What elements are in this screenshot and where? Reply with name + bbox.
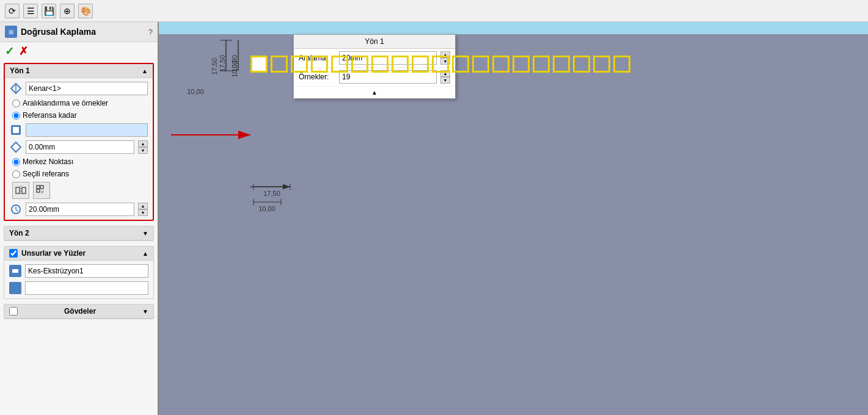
svg-text:17,50: 17,50 — [219, 55, 226, 72]
spacing-up[interactable]: ▲ — [138, 203, 148, 209]
pattern-square-13 — [512, 56, 530, 73]
offset-icon — [10, 141, 22, 153]
radio-selected-label: Seçili referans — [23, 170, 69, 178]
elements-header[interactable]: Unsurlar ve Yüzler ▲ — [4, 247, 153, 261]
offset-up[interactable]: ▲ — [138, 140, 148, 147]
radio-selected[interactable] — [12, 170, 20, 178]
panel-header: ⊞ Doğrusal Kaplama ? — [0, 22, 158, 42]
toolbar-icon-color[interactable]: 🎨 — [78, 4, 93, 18]
canvas-area: Yön 1 Aralama: ▲ ▼ Örnekler: ▲ ▼ ▲ — [159, 22, 868, 415]
reference-input[interactable] — [26, 123, 148, 137]
toolbar-icon-save[interactable]: 💾 — [42, 4, 56, 18]
panel-header-icon: ⊞ — [5, 26, 17, 38]
svg-rect-7 — [22, 187, 26, 193]
radio-center[interactable] — [12, 158, 20, 166]
pattern-square-4 — [331, 56, 348, 73]
pattern-square-6 — [371, 56, 388, 73]
element-input-1[interactable] — [25, 264, 148, 278]
svg-text:10,00: 10,00 — [231, 60, 238, 78]
panel-title: Doğrusal Kaplama — [21, 27, 145, 37]
popup-chevron[interactable]: ▲ — [294, 87, 455, 98]
icon-btn-row: # — [10, 182, 148, 199]
pattern-square-2 — [291, 56, 308, 73]
pattern-square-12 — [492, 56, 509, 73]
canvas-top-bar — [159, 22, 868, 34]
panel-help-icon[interactable]: ? — [148, 27, 153, 37]
svg-line-14 — [16, 209, 18, 211]
pattern-square-15 — [553, 56, 570, 73]
popup-ornekler-down[interactable]: ▼ — [440, 77, 450, 84]
symmetry-icon[interactable] — [12, 182, 29, 199]
pattern-square-10 — [452, 56, 469, 73]
radio-center-row: Merkez Noktası — [10, 157, 148, 166]
pattern-square-9 — [432, 56, 449, 73]
spacing-input[interactable] — [26, 203, 134, 216]
popup-title: Yön 1 — [294, 35, 455, 49]
dimension-layer: 17,50 10,00 10,00 — [159, 22, 868, 415]
radio-reference-label: Referansa kadar — [23, 111, 77, 120]
bodies-section: Gövdeler ▼ — [4, 304, 154, 319]
left-panel: ⊞ Doğrusal Kaplama ? ✓ ✗ Yön 1 ▲ — [0, 22, 159, 415]
yon2-header[interactable]: Yön 2 ▼ — [4, 226, 153, 240]
yon2-label: Yön 2 — [9, 229, 29, 237]
elements-chevron: ▲ — [142, 250, 148, 257]
spacing-row: ▲ ▼ — [10, 203, 148, 216]
svg-rect-10 — [37, 189, 40, 192]
top-toolbar: ⟳ ☰ 💾 ⊕ 🎨 — [0, 0, 868, 22]
cancel-button[interactable]: ✗ — [19, 45, 28, 58]
edge-input[interactable] — [26, 82, 148, 95]
pattern-square-8 — [412, 56, 429, 73]
yon1-header[interactable]: Yön 1 ▲ — [5, 64, 153, 78]
radio-spacing[interactable] — [12, 99, 20, 107]
toolbar-icon-refresh[interactable]: ⟳ — [5, 4, 20, 18]
reference-field-row — [10, 123, 148, 137]
pattern-container — [250, 56, 630, 73]
yon1-section: Yön 1 ▲ Aralıklandırm — [4, 63, 154, 221]
pattern-square-17 — [593, 56, 610, 73]
element-icon-2 — [9, 282, 21, 294]
offset-input[interactable] — [26, 140, 134, 154]
elements-checkbox[interactable] — [9, 249, 18, 258]
pattern-square-3 — [311, 56, 328, 73]
svg-text:10,00: 10,00 — [258, 205, 275, 212]
pattern-square-0 — [250, 56, 268, 73]
svg-text:17,50: 17,50 — [211, 58, 218, 75]
pattern-square-5 — [351, 56, 368, 73]
svg-text:10,00: 10,00 — [187, 88, 204, 95]
offset-down[interactable]: ▼ — [138, 147, 148, 154]
radio-spacing-label: Aralıklandırma ve örnekler — [23, 99, 108, 107]
yon1-content: Aralıklandırma ve örnekler Referansa kad… — [5, 78, 153, 220]
svg-rect-5 — [16, 187, 20, 193]
svg-rect-16 — [12, 269, 18, 273]
svg-line-40 — [391, 110, 394, 126]
element-icon-1 — [9, 265, 21, 277]
svg-rect-3 — [13, 127, 19, 133]
svg-text:10,00: 10,00 — [231, 55, 238, 72]
radio-center-label: Merkez Noktası — [23, 157, 73, 166]
svg-rect-17 — [10, 284, 20, 292]
spacing-down[interactable]: ▼ — [138, 209, 148, 216]
bodies-checkbox[interactable] — [9, 307, 18, 316]
spacing-icon — [10, 203, 22, 215]
pattern-square-11 — [472, 56, 489, 73]
svg-text:17,50: 17,50 — [263, 190, 280, 197]
radio-spacing-row: Aralıklandırma ve örnekler — [10, 99, 148, 107]
bodies-chevron: ▼ — [142, 308, 148, 315]
pattern-square-16 — [573, 56, 590, 73]
radio-reference[interactable] — [12, 112, 20, 120]
element-input-2[interactable] — [25, 281, 148, 295]
toolbar-icon-target[interactable]: ⊕ — [60, 4, 75, 18]
pattern-icon[interactable]: # — [33, 182, 50, 199]
offset-spinner: ▲ ▼ — [138, 140, 148, 154]
ok-button[interactable]: ✓ — [5, 45, 14, 58]
pattern-square-7 — [392, 56, 409, 73]
main-area: ⊞ Doğrusal Kaplama ? ✓ ✗ Yön 1 ▲ — [0, 22, 868, 415]
element-item-1 — [9, 264, 148, 278]
bodies-header[interactable]: Gövdeler ▼ — [4, 305, 153, 319]
toolbar-icon-menu[interactable]: ☰ — [23, 4, 38, 18]
radio-reference-row: Referansa kadar — [10, 111, 148, 120]
svg-text:#: # — [41, 189, 44, 195]
radio-selected-row: Seçili referans — [10, 170, 148, 178]
edge-field-row — [10, 82, 148, 95]
pattern-square-18 — [613, 56, 630, 73]
